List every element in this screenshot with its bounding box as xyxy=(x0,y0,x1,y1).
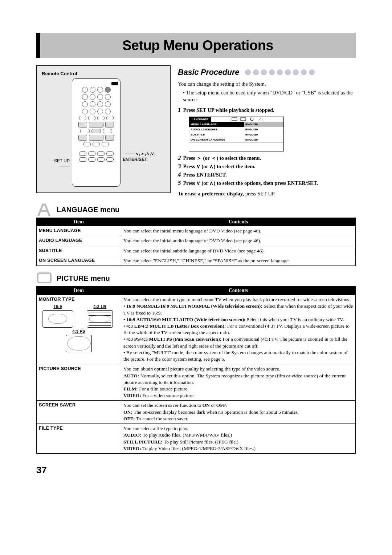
page-title-bar: Setup Menu Operations xyxy=(36,33,356,58)
picture-menu-heading: PICTURE menu xyxy=(57,274,110,283)
table-row: MENU LANGUAGEYou can select the initial … xyxy=(37,226,356,236)
picture-menu-table: Item Contents MONITOR TYPE 16:9 4:3 LB 4… xyxy=(36,286,356,454)
col-item: Item xyxy=(37,218,121,226)
osd-picture-icon xyxy=(240,117,246,121)
aspect-diagrams: 16:9 4:3 LB 4:3 PS xyxy=(39,304,119,352)
callout-navigation: ＜,＞,∧,∨, ENTER/SET xyxy=(123,151,156,162)
table-row: FILE TYPE You can select a file type to … xyxy=(37,424,356,454)
basic-bullet: The setup menu can be used only when "DV… xyxy=(183,89,356,104)
osd-other-icon xyxy=(258,117,264,121)
step-2: Press ＞ (or ＜) to select the menu. xyxy=(183,155,261,161)
table-row: SUBTITLEYou can select the initial subti… xyxy=(37,246,356,256)
remote-control-label: Remote Control xyxy=(42,71,167,76)
osd-audio-icon xyxy=(249,117,255,121)
table-row: AUDIO LANGUAGEYou can select the initial… xyxy=(37,236,356,246)
col-item: Item xyxy=(37,287,121,295)
table-row: MONITOR TYPE 16:9 4:3 LB 4:3 PS You can … xyxy=(37,295,356,364)
monitor-intro: You can select the monitor type to match… xyxy=(123,297,350,302)
language-menu-heading: LANGUAGE menu xyxy=(57,206,119,214)
col-contents: Contents xyxy=(121,287,356,295)
remote-illustration xyxy=(72,78,121,187)
step-1: Press SET UP while playback is stopped. xyxy=(183,107,274,113)
svg-rect-1 xyxy=(241,118,246,121)
osd-preview: LANGUAGE MENU LANGUAGEENGLISH AUDIO LANG… xyxy=(189,117,284,151)
language-menu-icon xyxy=(36,203,52,216)
svg-point-2 xyxy=(250,118,253,121)
col-contents: Contents xyxy=(121,218,356,226)
table-row: PICTURE SOURCE You can obtain optimal pi… xyxy=(37,364,356,401)
table-row: SCREEN SAVER You can set the screen save… xyxy=(37,401,356,424)
remote-control-box: Remote Control SET UP xyxy=(36,65,171,193)
basic-intro: You can change the setting of the System… xyxy=(178,81,266,87)
language-menu-table: Item Contents MENU LANGUAGEYou can selec… xyxy=(36,218,356,266)
erase-lead: To erase a preference display, xyxy=(178,191,245,197)
monitor-type-label: MONITOR TYPE xyxy=(39,297,75,302)
step-5: Press ∨ (or ∧) to select the options, th… xyxy=(183,180,318,186)
callout-setup: SET UP xyxy=(54,158,70,163)
decorative-dots xyxy=(245,69,315,75)
step-3: Press ∨ (or ∧) to select the item. xyxy=(183,163,256,169)
page-title: Setup Menu Operations xyxy=(122,38,273,53)
svg-rect-3 xyxy=(38,273,51,283)
osd-lang-icon xyxy=(232,117,237,121)
picture-menu-icon xyxy=(36,272,52,285)
step-4: Press ENTER/SET. xyxy=(183,172,227,178)
basic-procedure-heading: Basic Procedure xyxy=(178,68,239,77)
osd-tab-language: LANGUAGE xyxy=(189,117,211,122)
page-number: 37 xyxy=(36,465,356,476)
table-row: ON SCREEN LANGUAGEYou can select "ENGLIS… xyxy=(37,256,356,266)
erase-rest: press SET UP. xyxy=(245,191,275,197)
svg-rect-0 xyxy=(232,118,237,121)
